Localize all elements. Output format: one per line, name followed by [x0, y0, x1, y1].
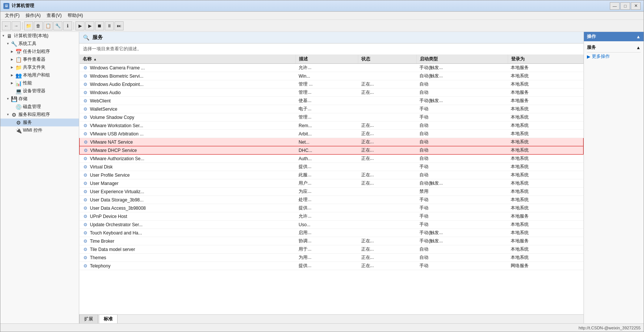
table-row[interactable]: ⚙VMware NAT Service Net... 正在... 自动 本地系统: [80, 138, 584, 146]
table-row[interactable]: ⚙User Experience Virtualiz... 为应... 禁用 本…: [80, 188, 584, 196]
table-row[interactable]: ⚙Touch Keyboard and Ha... 启用... 手动(触发...…: [80, 229, 584, 237]
table-row[interactable]: ⚙VMware DHCP Service DHC... 正在... 自动 本地系…: [80, 146, 584, 155]
table-row[interactable]: ⚙User Manager 用户... 正在... 自动(触发... 本地系统: [80, 179, 584, 188]
tree-disk-manager[interactable]: 💿 磁盘管理: [0, 103, 79, 111]
cell-name: ⚙WebClient: [80, 97, 296, 105]
panel-description: 选择一项目来查看它的描述。: [79, 44, 584, 55]
pause-button[interactable]: ⏸: [105, 21, 114, 30]
tree-root[interactable]: ▼ 🖥 计算机管理(本地): [0, 32, 79, 40]
menu-action[interactable]: 操作(A): [23, 12, 44, 20]
cell-desc: Rem...: [296, 122, 358, 130]
minimize-button[interactable]: —: [610, 2, 620, 10]
service-name-text: User Profile Service: [90, 173, 130, 178]
table-row[interactable]: ⚙Time Broker 协调... 正在... 手动(触发... 本地服务: [80, 237, 584, 245]
table-row[interactable]: ⚙UPnP Device Host 允许... 手动 本地服务: [80, 212, 584, 221]
col-desc[interactable]: 描述: [296, 55, 358, 64]
cell-startup: 手动(触发...: [416, 97, 508, 105]
cell-name: ⚙Volume Shadow Copy: [80, 113, 296, 122]
table-row[interactable]: ⚙WalletService 电子... 手动 本地系统: [80, 105, 584, 113]
window-controls: — □ ✕: [610, 2, 641, 10]
table-row[interactable]: ⚙User Data Access_3b98008 提供... 手动 本地系统: [80, 204, 584, 212]
toolbar-separator-2: [74, 22, 74, 30]
delete-button[interactable]: 🗑: [34, 21, 43, 30]
menu-view[interactable]: 查看(V): [44, 12, 65, 20]
right-panel-header: 操作 ▲: [584, 32, 644, 41]
forward-button[interactable]: →: [12, 21, 21, 30]
stop-button[interactable]: ⏹: [95, 21, 104, 30]
tree-device-manager[interactable]: 💻 设备管理器: [0, 87, 79, 95]
table-row[interactable]: ⚙Themes 为用... 正在... 自动 本地系统: [80, 254, 584, 262]
play-button-1[interactable]: ▶: [75, 21, 84, 30]
cell-logon: 本地系统: [508, 204, 583, 212]
col-name[interactable]: 名称 ▲: [80, 55, 296, 64]
tree-services-apps[interactable]: ▼ ⚙ 服务和应用程序: [0, 111, 79, 119]
table-row[interactable]: ⚙Virtual Disk 提供... 手动 本地系统: [80, 163, 584, 171]
play-button-2[interactable]: ▶: [85, 21, 94, 30]
table-row[interactable]: ⚙WebClient 使基... 手动(触发... 本地服务: [80, 97, 584, 105]
cell-desc: Win...: [296, 72, 358, 80]
table-row[interactable]: ⚙Tile Data model server 用于... 正在... 自动 本…: [80, 245, 584, 254]
table-row[interactable]: ⚙Windows Audio Endpoint... 管理 ... 正在... …: [80, 80, 584, 89]
cell-status: 正在...: [358, 262, 417, 270]
properties-button[interactable]: 📋: [44, 21, 53, 30]
cell-logon: 本地系统: [508, 188, 583, 196]
table-row[interactable]: ⚙VMware Authorization Se... Auth... 正在..…: [80, 155, 584, 163]
table-row[interactable]: ⚙Update Orchestrator Ser... Uso... 手动 本地…: [80, 221, 584, 229]
table-row[interactable]: ⚙VMware Workstation Ser... Rem... 正在... …: [80, 122, 584, 130]
info-button[interactable]: ℹ: [63, 21, 72, 30]
cell-desc: 为应...: [296, 188, 358, 196]
menu-help[interactable]: 帮助(H): [65, 12, 86, 20]
tree-task-scheduler[interactable]: ▶ 📅 任务计划程序: [0, 48, 79, 56]
tree-system-tools[interactable]: ▼ 🔧 系统工具: [0, 40, 79, 48]
folder-button[interactable]: 📁: [24, 21, 33, 30]
tab-standard[interactable]: 标准: [99, 314, 118, 323]
services-rows: ⚙Windows Camera Frame ... 允许... 手动(触发...…: [80, 64, 584, 270]
tree-services[interactable]: ⚙ 服务: [0, 119, 79, 126]
back-button[interactable]: ←: [2, 21, 11, 30]
table-row[interactable]: ⚙Windows Audio 管理... 正在... 自动 本地服务: [80, 89, 584, 97]
tree-label-event: 事件查看器: [23, 56, 45, 63]
panel-title: 服务: [92, 34, 103, 41]
cell-logon: 本地系统: [508, 122, 583, 130]
services-table-container[interactable]: 名称 ▲ 描述 状态 启动类型 登录为 ⚙Windows Camera Fram…: [79, 55, 584, 314]
cell-status: 正在...: [358, 237, 417, 245]
service-name-text: Windows Camera Frame ...: [90, 65, 145, 71]
tree-shared-folders[interactable]: ▶ 📁 共享文件夹: [0, 63, 79, 71]
cell-logon: 本地系统: [508, 72, 583, 80]
table-row[interactable]: ⚙Windows Camera Frame ... 允许... 手动(触发...…: [80, 64, 584, 72]
skip-button[interactable]: ⏭: [115, 21, 124, 30]
cell-status: 正在...: [358, 89, 417, 97]
table-row[interactable]: ⚙VMware USB Arbitration ... Arbit... 正在.…: [80, 130, 584, 138]
tree-storage[interactable]: ▼ 💾 存储: [0, 95, 79, 103]
table-row[interactable]: ⚙Windows Biometric Servi... Win... 自动(触发…: [80, 72, 584, 80]
title-bar: 🖥 计算机管理 — □ ✕: [0, 0, 644, 12]
tree-event-viewer[interactable]: ▶ 📋 事件查看器: [0, 56, 79, 63]
tree-label-perf: 性能: [23, 80, 32, 86]
maximize-button[interactable]: □: [620, 2, 630, 10]
service-icon: ⚙: [83, 255, 89, 261]
tree-wmi[interactable]: 🔌 WMI 控件: [0, 126, 79, 134]
tree-performance[interactable]: ▶ 📊 性能: [0, 79, 79, 87]
main-layout: ▼ 🖥 计算机管理(本地) ▼ 🔧 系统工具 ▶ 📅 任务计划程序 ▶: [0, 32, 644, 323]
cell-startup: 自动(触发...: [416, 179, 508, 188]
tree-local-users[interactable]: ▶ 👥 本地用户和组: [0, 71, 79, 79]
cell-startup: 手动: [416, 204, 508, 212]
table-row[interactable]: ⚙User Data Storage_3b98... 处理... 手动 本地系统: [80, 196, 584, 204]
table-row[interactable]: ⚙Volume Shadow Copy 管理... 手动 本地系统: [80, 113, 584, 122]
cell-status: [358, 64, 417, 72]
col-startup[interactable]: 启动类型: [416, 55, 508, 64]
close-button[interactable]: ✕: [631, 2, 641, 10]
table-row[interactable]: ⚙User Profile Service 此服... 正在... 自动 本地系…: [80, 171, 584, 179]
service-name-text: User Data Storage_3b98...: [90, 197, 144, 203]
more-actions-link[interactable]: ▶ 更多操作: [587, 53, 641, 60]
col-logon[interactable]: 登录为: [508, 55, 583, 64]
cell-desc: Uso...: [296, 221, 358, 229]
menu-file[interactable]: 文件(F): [2, 12, 23, 20]
table-row[interactable]: ⚙Telephony 提供... 正在... 手动 网络服务: [80, 262, 584, 270]
tree-arrow-svc: [11, 121, 15, 124]
tab-extended[interactable]: 扩展: [79, 314, 98, 323]
cell-name: ⚙Update Orchestrator Ser...: [80, 221, 296, 229]
settings-button[interactable]: 🔧: [53, 21, 62, 30]
col-status[interactable]: 状态: [358, 55, 417, 64]
cell-name: ⚙User Profile Service: [80, 171, 296, 179]
